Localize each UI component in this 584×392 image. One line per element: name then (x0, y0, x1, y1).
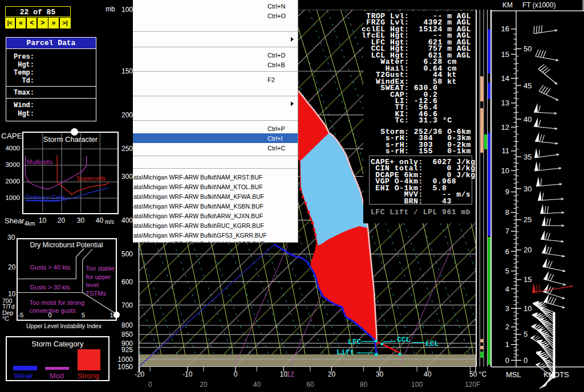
svg-text:14: 14 (501, 74, 509, 83)
svg-text:12: 12 (286, 370, 294, 378)
svg-text:35: 35 (524, 153, 532, 161)
svg-text:30: 30 (376, 370, 384, 378)
svg-text:16: 16 (501, 24, 509, 33)
svg-text:7: 7 (505, 227, 509, 235)
svg-text:0: 0 (234, 370, 238, 378)
svg-text:6: 6 (505, 247, 509, 256)
svg-text:10: 10 (501, 166, 509, 175)
svg-text:5: 5 (524, 330, 528, 338)
svg-text:LFC: LFC (348, 338, 362, 346)
svg-text:700: 700 (121, 301, 133, 309)
svg-text:MSL: MSL (506, 370, 521, 379)
svg-text:1000: 1000 (117, 356, 133, 364)
svg-text:800: 800 (121, 321, 133, 329)
svg-text:20: 20 (200, 381, 208, 389)
svg-text:50 °C: 50 °C (469, 370, 486, 378)
svg-text:2: 2 (505, 322, 509, 331)
svg-text:40: 40 (424, 370, 432, 378)
svg-text:400: 400 (121, 217, 133, 224)
svg-text:40: 40 (524, 115, 532, 124)
svg-text:45: 45 (524, 81, 532, 90)
svg-text:150: 150 (121, 67, 133, 75)
svg-text:CCL: CCL (397, 336, 411, 344)
svg-text:3: 3 (505, 304, 509, 313)
svg-text:KNOTS: KNOTS (544, 370, 569, 379)
svg-text:0: 0 (505, 356, 509, 365)
svg-text:12: 12 (501, 123, 509, 132)
svg-text:1050: 1050 (117, 363, 133, 371)
svg-text:25: 25 (524, 215, 532, 224)
svg-text:FT (x1000): FT (x1000) (522, 1, 555, 9)
svg-text:15: 15 (501, 50, 509, 59)
svg-text:500: 500 (121, 250, 133, 258)
svg-text:100: 100 (121, 6, 133, 14)
svg-text:100: 100 (411, 381, 423, 389)
svg-text:925: 925 (121, 346, 133, 354)
svg-text:20: 20 (328, 370, 336, 378)
svg-text:mb: mb (106, 5, 115, 13)
svg-text:600: 600 (121, 278, 133, 286)
svg-text:8: 8 (505, 208, 509, 217)
svg-text:13: 13 (501, 99, 509, 107)
svg-text:10: 10 (524, 304, 532, 313)
svg-text:9: 9 (505, 187, 509, 196)
svg-text:4: 4 (505, 285, 509, 293)
svg-text:250: 250 (121, 145, 133, 153)
svg-text:0: 0 (148, 381, 152, 389)
svg-text:20: 20 (524, 246, 532, 254)
svg-text:LCL: LCL (425, 340, 439, 348)
svg-text:40: 40 (253, 381, 261, 389)
svg-text:120F: 120F (465, 381, 480, 389)
svg-text:-10: -10 (182, 370, 193, 378)
svg-text:Lift: Lift (336, 348, 354, 357)
svg-text:50: 50 (524, 44, 532, 53)
svg-text:300: 300 (121, 173, 133, 181)
svg-text:60: 60 (306, 381, 314, 389)
svg-text:KM: KM (502, 1, 513, 9)
svg-text:15: 15 (524, 275, 532, 284)
svg-text:5: 5 (505, 267, 509, 275)
svg-text:80: 80 (360, 381, 368, 389)
svg-text:1: 1 (505, 340, 509, 349)
svg-text:200: 200 (121, 111, 133, 119)
svg-text:11: 11 (502, 146, 510, 155)
svg-text:30: 30 (524, 185, 532, 193)
svg-text:0: 0 (524, 356, 528, 365)
svg-text:-20: -20 (135, 370, 145, 378)
svg-text:850: 850 (121, 330, 133, 338)
